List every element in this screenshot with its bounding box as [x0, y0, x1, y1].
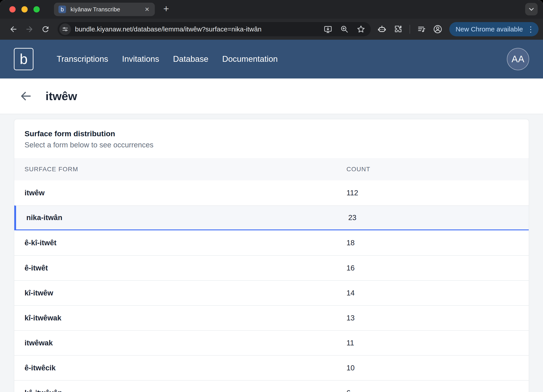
table-row[interactable]: nika-itwân 23 — [14, 205, 529, 230]
surface-form-cell: kî-itwêw — [24, 289, 346, 297]
app-navbar: b Transcriptions Invitations Database Do… — [0, 40, 543, 78]
count-cell: 13 — [346, 314, 529, 322]
media-controls-button[interactable] — [417, 24, 427, 34]
count-cell: 23 — [348, 213, 529, 222]
count-cell: 10 — [346, 364, 529, 372]
page-back-button[interactable] — [19, 89, 33, 103]
page-content: Surface form distribution Select a form … — [0, 114, 543, 392]
tab-title: kiyânaw Transcribe — [70, 6, 144, 13]
table-row[interactable]: itwêw 112 — [14, 180, 529, 205]
install-app-icon[interactable] — [323, 25, 332, 34]
chrome-update-label: New Chrome available — [456, 25, 523, 33]
nav-item-transcriptions[interactable]: Transcriptions — [57, 54, 108, 64]
surface-form-card: Surface form distribution Select a form … — [14, 119, 529, 392]
tab-strip: b kiyânaw Transcribe ✕ + — [0, 0, 543, 19]
tab-search-button[interactable] — [525, 3, 538, 15]
browser-tab[interactable]: b kiyânaw Transcribe ✕ — [54, 3, 155, 16]
puzzle-piece-icon — [393, 24, 403, 34]
site-settings-button[interactable] — [59, 23, 71, 35]
window-controls — [0, 6, 40, 12]
zoom-icon[interactable] — [340, 25, 349, 34]
count-cell: 18 — [346, 239, 529, 247]
media-playlist-icon — [417, 24, 426, 34]
card-title: Surface form distribution — [24, 129, 519, 139]
column-header-surface-form: SURFACE FORM — [24, 166, 346, 173]
table-row[interactable]: kî-itwêwak 13 — [14, 305, 529, 330]
browser-menu-icon[interactable]: ⋮ — [527, 25, 535, 33]
site-favicon: b — [58, 6, 66, 13]
back-button[interactable] — [8, 24, 18, 34]
table-row[interactable]: kî-itwêw 14 — [14, 280, 529, 305]
toolbar-divider — [410, 25, 410, 34]
table-row[interactable]: kâ-itwêyân 6 — [14, 380, 529, 392]
back-arrow-icon — [9, 25, 18, 34]
card-subtitle: Select a form below to see occurrences — [24, 140, 519, 150]
address-bar[interactable]: bundle.kiyanaw.net/database/lemma/itwêw?… — [57, 22, 371, 36]
chevron-down-icon — [528, 5, 535, 13]
nav-links: Transcriptions Invitations Database Docu… — [57, 54, 278, 64]
maximize-window-button[interactable] — [34, 6, 40, 12]
tune-icon — [62, 26, 68, 33]
table-header-row: SURFACE FORM COUNT — [14, 158, 529, 180]
card-header: Surface form distribution Select a form … — [14, 119, 529, 150]
surface-form-cell: ê-kî-itwêt — [24, 239, 346, 247]
tab-close-icon[interactable]: ✕ — [144, 6, 150, 13]
forward-button[interactable] — [24, 24, 34, 34]
url-text[interactable]: bundle.kiyanaw.net/database/lemma/itwêw?… — [75, 25, 323, 33]
robot-icon — [377, 24, 387, 34]
extensions-button[interactable] — [393, 24, 403, 34]
table-row[interactable]: ê-kî-itwêt 18 — [14, 230, 529, 255]
page-title: itwêw — [45, 90, 77, 103]
chrome-update-button[interactable]: New Chrome available ⋮ — [449, 22, 538, 36]
reload-icon — [41, 25, 50, 34]
browser-window: b kiyânaw Transcribe ✕ + bundle.kiy — [0, 0, 543, 392]
app-logo[interactable]: b — [14, 48, 34, 70]
browser-toolbar: bundle.kiyanaw.net/database/lemma/itwêw?… — [0, 19, 543, 40]
column-header-count: COUNT — [346, 166, 529, 173]
table-row[interactable]: ê-itwêcik 10 — [14, 355, 529, 380]
surface-form-cell: nika-itwân — [26, 213, 348, 222]
surface-form-cell: kâ-itwêyân — [24, 389, 346, 392]
count-cell: 112 — [346, 189, 529, 197]
page-header: itwêw — [0, 78, 543, 114]
new-tab-button[interactable]: + — [162, 4, 171, 15]
minimize-window-button[interactable] — [21, 6, 28, 12]
count-cell: 11 — [346, 339, 529, 347]
reload-button[interactable] — [41, 24, 51, 34]
back-arrow-icon — [19, 90, 32, 103]
close-window-button[interactable] — [9, 6, 16, 12]
extension-icons — [374, 24, 406, 34]
assistant-extension-button[interactable] — [377, 24, 387, 34]
profile-button[interactable] — [433, 24, 443, 34]
surface-form-cell: ê-itwêt — [24, 264, 346, 272]
count-cell: 14 — [346, 289, 529, 297]
surface-form-cell: ê-itwêcik — [24, 364, 346, 372]
surface-form-cell: itwêw — [24, 189, 346, 197]
nav-item-database[interactable]: Database — [173, 54, 208, 64]
table-body: itwêw 112 nika-itwân 23 ê-kî-itwêt 18 ê-… — [14, 180, 529, 392]
nav-item-invitations[interactable]: Invitations — [122, 54, 159, 64]
bookmark-star-icon[interactable] — [356, 25, 365, 34]
count-cell: 16 — [346, 264, 529, 272]
account-circle-icon — [433, 24, 443, 34]
count-cell: 6 — [346, 389, 529, 392]
omnibox-actions — [323, 25, 365, 34]
surface-form-cell: kî-itwêwak — [24, 314, 346, 322]
user-avatar[interactable]: AA — [507, 48, 529, 70]
forward-arrow-icon — [25, 25, 34, 34]
surface-form-cell: itwêwak — [24, 339, 346, 347]
table-row[interactable]: itwêwak 11 — [14, 330, 529, 355]
nav-item-documentation[interactable]: Documentation — [222, 54, 278, 64]
table-row[interactable]: ê-itwêt 16 — [14, 255, 529, 280]
